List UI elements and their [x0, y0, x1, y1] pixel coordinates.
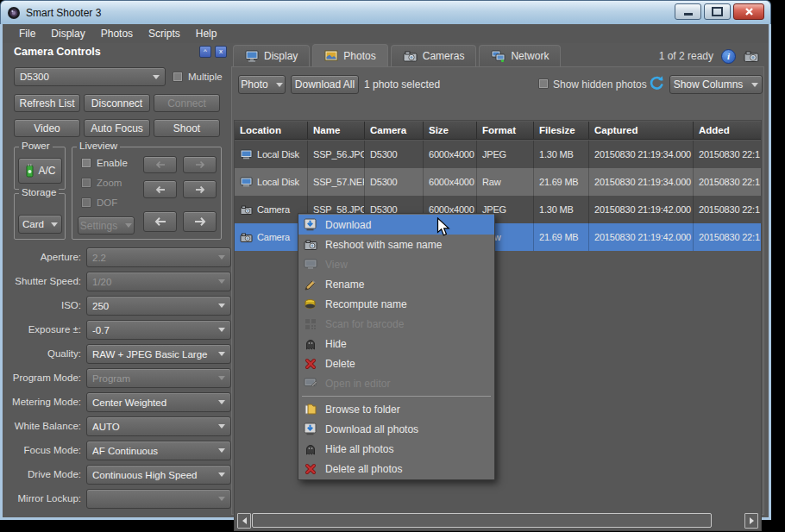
menu-item-hide[interactable]: Hide — [298, 334, 494, 354]
liveview-dof-checkbox[interactable] — [81, 197, 91, 208]
menu-item-view[interactable]: View — [298, 254, 494, 274]
menu-item-scan-barcode[interactable]: Scan for barcode — [298, 314, 494, 334]
download-all-button[interactable]: Download All — [291, 75, 359, 94]
refresh-icon[interactable] — [647, 74, 665, 92]
liveview-right-button-1[interactable] — [183, 156, 217, 173]
camera-controls-panel: Camera Controls ^ x D5300 Multiple Refre… — [9, 45, 227, 511]
field-program-mode: Program Mode: Program — [9, 368, 227, 386]
menu-item-delete-all[interactable]: Delete all photos — [298, 459, 494, 479]
scroll-left-button[interactable] — [237, 513, 251, 529]
ac-power-button[interactable]: A/C — [18, 158, 62, 184]
field-iso: ISO: 250 — [9, 296, 227, 314]
camera-icon — [403, 51, 418, 62]
close-button[interactable] — [733, 3, 764, 20]
power-group-label: Power — [19, 141, 53, 151]
chevron-down-icon — [125, 223, 132, 228]
metering-mode-select[interactable]: Center Weighted — [86, 392, 231, 412]
program-mode-select[interactable]: Program — [86, 368, 231, 388]
tab-cameras[interactable]: Cameras — [391, 45, 477, 66]
scrollbar-thumb[interactable] — [252, 513, 712, 528]
menu-item-recompute[interactable]: Recompute name — [298, 294, 494, 314]
col-filesize[interactable]: Filesize — [534, 122, 589, 140]
table-row[interactable]: Local Disk SSP_57.NEF D5300 6000x4000 Ra… — [235, 168, 761, 196]
float-panel-icon[interactable]: ^ — [199, 46, 211, 58]
menu-photos[interactable]: Photos — [93, 28, 141, 40]
liveview-right-button-2[interactable] — [183, 180, 217, 198]
col-name[interactable]: Name — [308, 122, 365, 140]
focus-mode-select[interactable]: AF Continuous — [86, 441, 231, 460]
camera-select[interactable]: D5300 — [14, 67, 166, 86]
quality-select[interactable]: RAW + JPEG Basic Large — [86, 344, 231, 364]
tab-display[interactable]: Display — [233, 45, 310, 66]
drive-mode-select[interactable]: Continuous High Speed — [86, 465, 231, 485]
ac-label: A/C — [38, 165, 55, 177]
close-panel-icon[interactable]: x — [215, 46, 227, 58]
tab-photos[interactable]: Photos — [312, 44, 387, 66]
disconnect-button[interactable]: Disconnect — [84, 94, 150, 112]
minimize-icon — [684, 13, 693, 16]
col-camera[interactable]: Camera — [365, 122, 424, 140]
aperture-select[interactable]: 2.2 — [86, 247, 231, 267]
exposure-select[interactable]: -0.7 — [86, 320, 231, 340]
menu-help[interactable]: Help — [188, 28, 225, 40]
monitor-icon — [303, 257, 317, 272]
liveview-zoom-checkbox[interactable] — [81, 178, 91, 188]
field-white-balance: White Balance: AUTO — [9, 416, 227, 435]
menu-item-hide-all[interactable]: Hide all photos — [298, 439, 494, 459]
arrow-left-icon — [154, 160, 166, 169]
menu-item-browse-folder[interactable]: Browse to folder — [298, 399, 494, 419]
multiple-checkbox[interactable] — [173, 72, 183, 82]
scroll-right-button[interactable] — [744, 513, 758, 529]
ready-text: 1 of 2 ready — [659, 50, 713, 62]
connect-button[interactable]: Connect — [154, 94, 220, 112]
auto-focus-button[interactable]: Auto Focus — [84, 119, 150, 137]
menu-item-delete[interactable]: Delete — [298, 354, 494, 373]
white-balance-select[interactable]: AUTO — [86, 416, 231, 436]
menu-item-download-all[interactable]: Download all photos — [298, 419, 494, 439]
menu-item-download[interactable]: Download — [298, 215, 494, 235]
col-captured[interactable]: Captured — [589, 122, 694, 140]
liveview-enable-checkbox[interactable] — [81, 158, 91, 168]
video-button[interactable]: Video — [14, 119, 80, 137]
liveview-left-button-3[interactable] — [143, 211, 177, 232]
storage-group-label: Storage — [19, 187, 59, 197]
shutter-speed-select[interactable]: 1/20 — [86, 272, 231, 291]
show-columns-button[interactable]: Show Columns — [669, 75, 763, 94]
shoot-button[interactable]: Shoot — [154, 119, 220, 137]
table-row[interactable]: Local Disk SSP_56.JPG D5300 6000x4000 JP… — [235, 141, 761, 168]
menu-display[interactable]: Display — [43, 28, 92, 40]
titlebar[interactable]: Smart Shooter 3 — [0, 0, 771, 24]
liveview-enable-label: Enable — [97, 158, 128, 168]
storage-select[interactable]: Card — [18, 215, 62, 234]
refresh-list-button[interactable]: Refresh List — [14, 94, 80, 112]
menu-item-rename[interactable]: Rename — [298, 274, 494, 294]
close-icon — [744, 7, 754, 16]
col-location[interactable]: Location — [235, 122, 308, 140]
col-added[interactable]: Added — [694, 122, 761, 140]
show-hidden-checkbox[interactable] — [538, 78, 549, 89]
editor-icon — [303, 376, 317, 391]
menu-item-open-editor[interactable]: Open in editor — [298, 373, 494, 393]
menu-file[interactable]: File — [11, 28, 43, 40]
liveview-settings-button[interactable]: Settings — [78, 216, 135, 235]
pencil-icon — [303, 277, 317, 291]
liveview-right-button-3[interactable] — [183, 211, 217, 232]
camera-status-icon[interactable] — [744, 51, 759, 62]
scroll-left-icon — [242, 517, 247, 524]
iso-select[interactable]: 250 — [86, 296, 231, 316]
restore-icon — [712, 7, 723, 16]
menu-scripts[interactable]: Scripts — [141, 28, 188, 40]
col-format[interactable]: Format — [477, 122, 534, 140]
info-icon[interactable]: i — [721, 49, 736, 64]
restore-button[interactable] — [704, 3, 731, 20]
col-size[interactable]: Size — [424, 122, 477, 140]
menu-item-reshoot[interactable]: Reshoot with same name — [298, 235, 494, 254]
mirror-lockup-select[interactable] — [86, 489, 231, 509]
minimize-button[interactable] — [675, 3, 701, 20]
liveview-left-button-2[interactable] — [143, 180, 177, 198]
tab-network[interactable]: Network — [479, 45, 561, 66]
photo-menu-button[interactable]: Photo — [238, 75, 286, 94]
liveview-left-button-1[interactable] — [143, 156, 177, 173]
horizontal-scrollbar[interactable] — [237, 513, 758, 528]
field-quality: Quality: RAW + JPEG Basic Large — [9, 344, 227, 362]
